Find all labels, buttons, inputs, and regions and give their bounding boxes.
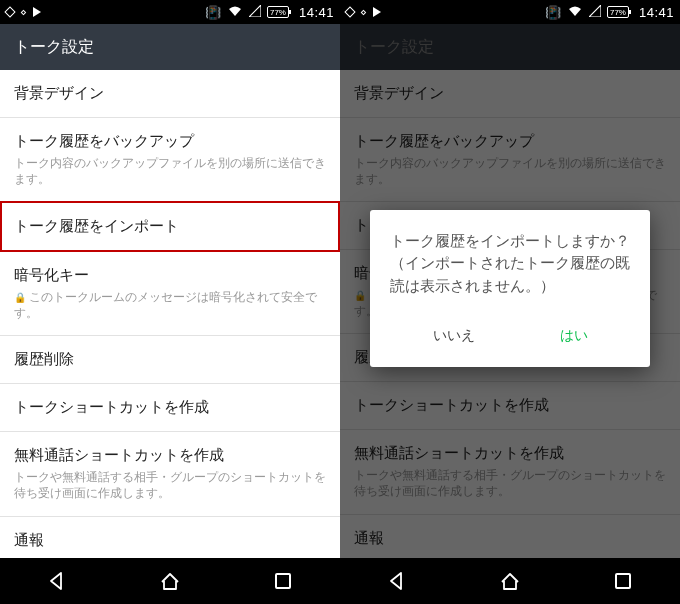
item-background-design[interactable]: 背景デザイン: [0, 70, 340, 118]
dialog-message: トーク履歴をインポートしますか？（インポートされたトーク履歴の既読は表示されませ…: [390, 230, 630, 297]
nav-recent-button[interactable]: [611, 569, 635, 593]
play-store-icon: [33, 7, 41, 17]
signal-icon: [589, 5, 601, 19]
play-store-icon: [373, 7, 381, 17]
app-bar: トーク設定: [340, 24, 680, 70]
item-talk-shortcut[interactable]: トークショートカットを作成: [0, 384, 340, 432]
wifi-icon: [567, 5, 583, 19]
nav-home-button[interactable]: [498, 569, 522, 593]
wifi-icon: [227, 5, 243, 19]
nav-bar: [0, 558, 340, 604]
battery-icon: 77%: [267, 6, 289, 18]
nav-back-button[interactable]: [45, 569, 69, 593]
item-report: 通報: [340, 515, 680, 558]
vibrate-icon: 📳: [545, 6, 561, 19]
notification-icon: [4, 6, 15, 17]
badge-icon: ⋄: [360, 6, 367, 19]
clock: 14:41: [299, 5, 334, 20]
item-report[interactable]: 通報: [0, 517, 340, 558]
item-import-history[interactable]: トーク履歴をインポート: [0, 201, 340, 252]
page-title: トーク設定: [354, 37, 434, 58]
dialog-no-button[interactable]: いいえ: [423, 319, 485, 353]
settings-list[interactable]: 背景デザイン トーク履歴をバックアップ トーク内容のバックアップファイルを別の場…: [0, 70, 340, 558]
dialog-yes-button[interactable]: はい: [550, 319, 598, 353]
confirm-dialog: トーク履歴をインポートしますか？（インポートされたトーク履歴の既読は表示されませ…: [370, 210, 650, 367]
phone-left: ⋄ 📳 77% 14:41 トーク設定 背景デザイン トーク履歴をバックアップ …: [0, 0, 340, 604]
signal-icon: [249, 5, 261, 19]
item-call-shortcut: 無料通話ショートカットを作成 トークや無料通話する相手・グループのショートカット…: [340, 430, 680, 514]
item-encryption-key[interactable]: 暗号化キー 🔒このトークルームのメッセージは暗号化されて安全です。: [0, 252, 340, 336]
item-talk-shortcut: トークショートカットを作成: [340, 382, 680, 430]
page-title: トーク設定: [14, 37, 94, 58]
phone-right: ⋄ 📳 77% 14:41 トーク設定 背景デザイン トーク履歴をバックアップ …: [340, 0, 680, 604]
item-backup-history[interactable]: トーク履歴をバックアップ トーク内容のバックアップファイルを別の場所に送信できま…: [0, 118, 340, 202]
clock: 14:41: [639, 5, 674, 20]
notification-icon: [344, 6, 355, 17]
nav-home-button[interactable]: [158, 569, 182, 593]
nav-back-button[interactable]: [385, 569, 409, 593]
app-bar: トーク設定: [0, 24, 340, 70]
lock-icon: 🔒: [354, 290, 366, 301]
status-bar: ⋄ 📳 77% 14:41: [0, 0, 340, 24]
item-call-shortcut[interactable]: 無料通話ショートカットを作成 トークや無料通話する相手・グループのショートカット…: [0, 432, 340, 516]
badge-icon: ⋄: [20, 6, 27, 19]
status-bar: ⋄ 📳 77% 14:41: [340, 0, 680, 24]
item-backup-history: トーク履歴をバックアップ トーク内容のバックアップファイルを別の場所に送信できま…: [340, 118, 680, 202]
lock-icon: 🔒: [14, 292, 26, 303]
item-delete-history[interactable]: 履歴削除: [0, 336, 340, 384]
item-background-design: 背景デザイン: [340, 70, 680, 118]
vibrate-icon: 📳: [205, 6, 221, 19]
nav-bar: [340, 558, 680, 604]
nav-recent-button[interactable]: [271, 569, 295, 593]
battery-icon: 77%: [607, 6, 629, 18]
